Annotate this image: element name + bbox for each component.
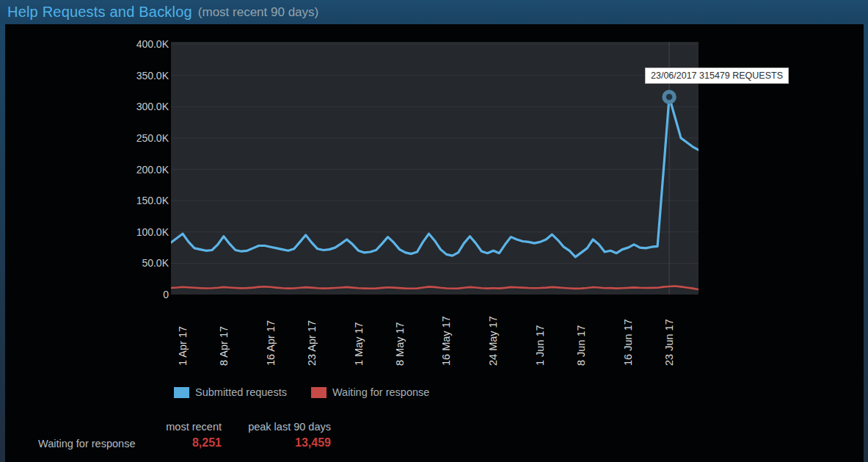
waiting-for-response-line: [171, 286, 699, 290]
y-axis-label: 250.0K: [110, 132, 169, 144]
y-axis-label: 200.0K: [110, 164, 169, 176]
chart-tooltip: 23/06/2017 315479 REQUESTS: [645, 68, 789, 84]
legend-item-waiting-for-response: Waiting for response: [311, 386, 429, 398]
y-axis-label: 350.0K: [110, 70, 169, 82]
stats-value-most-recent: 8,251: [112, 436, 222, 450]
x-axis-label: 1 Apr 17: [177, 303, 189, 366]
x-axis-label: 23 Jun 17: [663, 303, 675, 366]
x-axis-label: 16 Apr 17: [265, 303, 277, 366]
x-axis-label: 16 May 17: [440, 303, 452, 366]
y-axis-label: 400.0K: [110, 38, 169, 50]
header-bar: Help Requests and Backlog (most recent 9…: [0, 0, 868, 24]
legend-swatch-waiting-for-response: [311, 387, 327, 398]
y-axis-label: 300.0K: [110, 101, 169, 112]
x-axis-label: 16 Jun 17: [622, 303, 634, 366]
legend-label-submitted-requests: Submitted requests: [195, 386, 287, 398]
x-axis-label: 1 May 17: [353, 303, 365, 366]
left-frame-border: [0, 24, 5, 462]
stats-row-label-waiting-for-response: Waiting for response: [38, 438, 135, 450]
page-root: Help Requests and Backlog (most recent 9…: [0, 0, 868, 462]
y-axis-label: 0: [110, 289, 169, 300]
x-axis-label: 8 Apr 17: [218, 303, 230, 366]
stats-header-peak-last-90-days: peak last 90 days: [221, 421, 331, 433]
legend-swatch-submitted-requests: [174, 387, 189, 398]
y-axis-label: 150.0K: [110, 195, 169, 206]
legend-label-waiting-for-response: Waiting for response: [332, 386, 429, 398]
right-frame-border: [864, 24, 868, 462]
chart-legend: Submitted requests Waiting for response: [174, 386, 429, 398]
page-title: Help Requests and Backlog: [7, 4, 192, 21]
x-axis-label: 24 May 17: [487, 303, 499, 366]
legend-item-submitted-requests: Submitted requests: [174, 386, 287, 398]
y-axis-label: 100.0K: [110, 226, 169, 238]
chart-canvas: [171, 42, 699, 295]
plot-area[interactable]: [171, 42, 699, 295]
x-axis-label: 23 Apr 17: [306, 303, 318, 366]
page-subtitle: (most recent 90 days): [198, 5, 318, 20]
stats-header-most-recent: most recent: [112, 421, 222, 433]
stats-value-peak-last-90-days: 13,459: [221, 436, 331, 450]
submitted-requests-line: [171, 97, 699, 257]
x-axis-label: 1 Jun 17: [534, 303, 546, 366]
x-axis-label: 8 May 17: [394, 303, 406, 366]
x-axis-label: 8 Jun 17: [575, 303, 587, 366]
highlight-marker: [664, 92, 674, 102]
y-axis-label: 50.0K: [110, 257, 169, 269]
